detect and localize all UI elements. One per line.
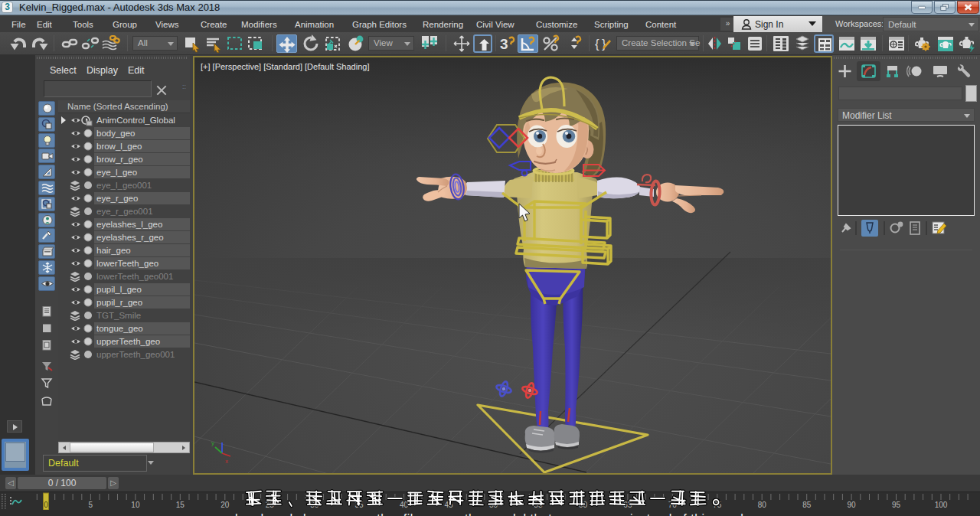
svg-text:3: 3 <box>500 36 508 52</box>
svg-text:y: y <box>211 439 214 446</box>
svg-text:{ }: { } <box>595 37 606 51</box>
svg-text:x: x <box>225 458 228 465</box>
